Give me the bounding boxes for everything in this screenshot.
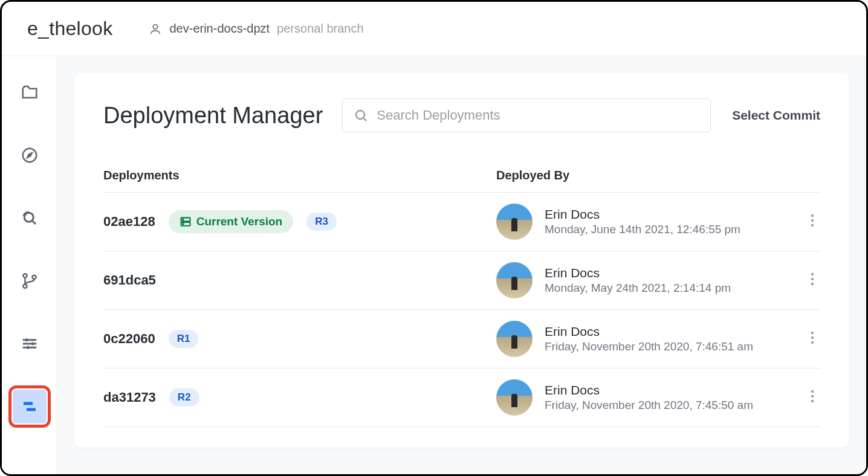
svg-rect-7 (24, 402, 33, 405)
sidebar-files-icon[interactable] (13, 76, 47, 109)
select-commit-button[interactable]: Select Commit (732, 108, 820, 123)
avatar (496, 204, 533, 240)
commit-hash[interactable]: 691dca5 (103, 272, 156, 288)
kebab-icon (811, 272, 814, 286)
project-title: e_thelook (27, 18, 112, 40)
commit-hash[interactable]: 0c22060 (103, 331, 155, 347)
svg-point-12 (183, 219, 184, 220)
deploy-date: Monday, June 14th 2021, 12:46:55 pm (545, 223, 740, 236)
svg-point-0 (154, 24, 158, 28)
sidebar-git-branch-icon[interactable] (13, 264, 47, 298)
svg-point-22 (811, 341, 814, 344)
release-tag[interactable]: R1 (169, 330, 199, 348)
deployer-name: Erin Docs (545, 266, 731, 280)
branch-selector[interactable]: dev-erin-docs-dpzt personal branch (149, 22, 363, 36)
deployment-row: 691dca5Erin DocsMonday, May 24th 2021, 2… (103, 251, 820, 310)
release-tag[interactable]: R2 (169, 388, 199, 407)
column-header-deployments: Deployments (103, 169, 496, 182)
sidebar-deploy-icon[interactable] (13, 390, 47, 423)
search-box[interactable] (342, 98, 711, 132)
avatar (496, 321, 533, 357)
release-tag[interactable]: R3 (306, 213, 337, 231)
search-input[interactable] (377, 108, 699, 123)
column-header-deployed-by: Deployed By (496, 169, 820, 182)
header: e_thelook dev-erin-docs-dpzt personal br… (2, 2, 866, 56)
branch-type: personal branch (277, 22, 363, 36)
deployer-name: Erin Docs (545, 383, 753, 397)
avatar (496, 262, 533, 298)
svg-point-3 (24, 213, 33, 222)
sidebar-settings-icon[interactable] (13, 327, 47, 361)
commit-hash[interactable]: 02ae128 (103, 214, 155, 230)
svg-point-21 (811, 336, 814, 339)
svg-point-9 (356, 111, 364, 119)
deployment-panel: Deployment Manager Select Commit Deploym… (74, 73, 849, 448)
svg-marker-2 (27, 153, 32, 158)
server-icon (180, 216, 192, 228)
table-header: Deployments Deployed By (103, 169, 820, 193)
deployment-row: 02ae128Current VersionR3Erin DocsMonday,… (103, 193, 820, 251)
svg-point-24 (811, 395, 814, 397)
kebab-icon (811, 331, 814, 344)
deployment-row: 0c22060R1Erin DocsFriday, November 20th … (103, 310, 820, 368)
deployment-row: da31273R2Erin DocsFriday, November 20th … (103, 368, 820, 427)
deploy-date: Friday, November 20th 2020, 7:46:51 am (545, 340, 753, 353)
svg-point-5 (23, 285, 27, 288)
svg-point-13 (183, 224, 184, 225)
svg-point-20 (811, 332, 814, 334)
svg-point-6 (32, 275, 36, 279)
commit-hash[interactable]: da31273 (103, 390, 156, 405)
svg-point-17 (811, 273, 814, 275)
svg-point-18 (811, 278, 814, 280)
row-actions-menu[interactable] (805, 208, 820, 236)
user-icon (149, 22, 162, 36)
deploy-date: Friday, November 20th 2020, 7:45:50 am (545, 399, 753, 412)
svg-point-4 (23, 274, 27, 277)
svg-point-25 (811, 400, 814, 402)
row-actions-menu[interactable] (805, 266, 820, 294)
search-icon (354, 108, 368, 123)
row-actions-menu[interactable] (805, 325, 820, 353)
svg-point-23 (811, 390, 814, 393)
deploy-date: Monday, May 24th 2021, 2:14:14 pm (545, 281, 731, 295)
svg-point-16 (811, 224, 814, 227)
sidebar-compass-icon[interactable] (13, 138, 47, 172)
deployer-name: Erin Docs (545, 324, 753, 339)
svg-point-14 (811, 214, 814, 217)
current-version-badge: Current Version (169, 210, 294, 233)
svg-point-19 (811, 283, 814, 285)
svg-point-15 (811, 219, 814, 222)
avatar (496, 379, 533, 416)
branch-name: dev-erin-docs-dpzt (169, 22, 270, 36)
row-actions-menu[interactable] (805, 384, 820, 411)
kebab-icon (811, 214, 814, 227)
sidebar (2, 56, 57, 474)
deployer-name: Erin Docs (545, 207, 740, 222)
svg-rect-8 (27, 408, 36, 411)
kebab-icon (811, 390, 814, 403)
sidebar-search-icon[interactable] (13, 201, 47, 235)
page-title: Deployment Manager (103, 103, 323, 129)
